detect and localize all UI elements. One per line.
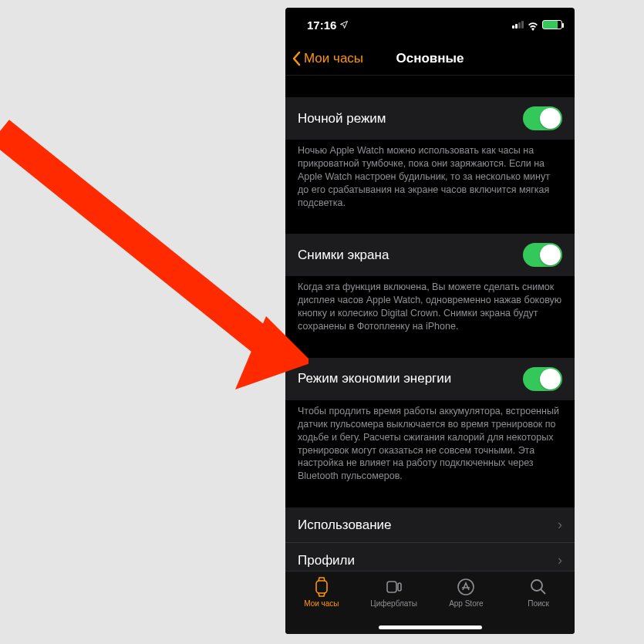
screenshots-desc: Когда эта функция включена, Вы можете сд…	[285, 276, 575, 333]
night-mode-row[interactable]: Ночной режим	[285, 97, 575, 140]
usage-row[interactable]: Использование ›	[285, 507, 575, 542]
screenshots-label: Снимки экрана	[298, 248, 389, 263]
tab-faces[interactable]: Циферблаты	[358, 576, 430, 608]
power-saving-toggle[interactable]	[523, 367, 562, 391]
tab-label: Мои часы	[304, 599, 339, 608]
battery-icon	[542, 20, 562, 29]
status-bar: 17:16	[285, 8, 575, 42]
chevron-right-icon: ›	[558, 517, 562, 533]
svg-point-4	[531, 580, 542, 591]
power-saving-label: Режим экономии энергии	[298, 371, 451, 386]
chevron-left-icon	[292, 51, 301, 66]
tab-app-store[interactable]: App Store	[430, 576, 503, 608]
tab-bar: Мои часы Циферблаты App Store Поиск	[285, 571, 575, 634]
power-saving-row[interactable]: Режим экономии энергии	[285, 358, 575, 400]
svg-point-3	[458, 579, 474, 595]
wifi-icon	[527, 20, 539, 29]
chevron-right-icon: ›	[558, 552, 562, 568]
night-mode-toggle[interactable]	[523, 106, 562, 130]
home-indicator[interactable]	[379, 625, 482, 629]
svg-rect-2	[398, 583, 401, 591]
profiles-label: Профили	[298, 553, 355, 568]
back-button[interactable]: Мои часы	[292, 51, 363, 66]
back-label: Мои часы	[304, 51, 363, 66]
profiles-row[interactable]: Профили ›	[285, 542, 575, 571]
annotation-arrow	[0, 116, 309, 409]
svg-rect-0	[316, 581, 327, 593]
usage-label: Использование	[298, 518, 391, 533]
svg-rect-1	[387, 582, 396, 592]
settings-content[interactable]: Ночной режим Ночью Apple Watch можно исп…	[285, 76, 575, 571]
status-time: 17:16	[307, 19, 336, 32]
tab-label: Циферблаты	[370, 599, 417, 608]
screenshots-row[interactable]: Снимки экрана	[285, 234, 575, 276]
watch-icon	[311, 576, 332, 598]
night-mode-label: Ночной режим	[298, 111, 386, 126]
screenshots-toggle[interactable]	[523, 243, 562, 267]
night-mode-desc: Ночью Apple Watch можно использовать как…	[285, 140, 575, 209]
phone-frame: 17:16 Мои часы Основные Ночной режим	[285, 8, 575, 634]
search-icon	[528, 576, 549, 598]
power-saving-desc: Чтобы продлить время работы аккумулятора…	[285, 400, 575, 483]
svg-line-6	[0, 131, 274, 351]
cellular-icon	[512, 21, 524, 29]
tab-label: Поиск	[528, 599, 549, 608]
faces-icon	[383, 576, 405, 598]
nav-bar: Мои часы Основные	[285, 42, 575, 76]
location-icon	[339, 19, 349, 32]
tab-search[interactable]: Поиск	[502, 576, 575, 608]
tab-label: App Store	[449, 599, 483, 608]
app-store-icon	[455, 576, 477, 598]
tab-my-watch[interactable]: Мои часы	[285, 576, 358, 608]
